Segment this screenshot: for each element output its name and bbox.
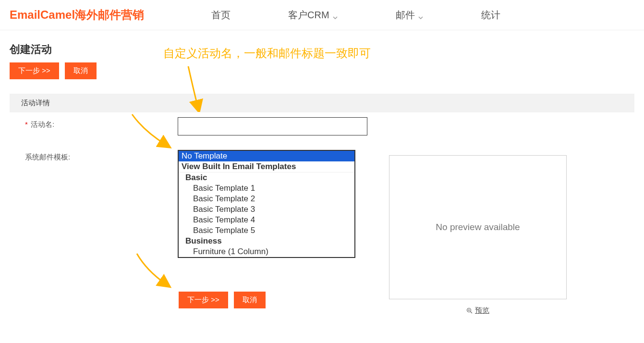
cancel-button-top[interactable]: 取消 <box>65 62 97 79</box>
template-option[interactable]: Basic Template 2 <box>179 194 354 204</box>
preview-link[interactable]: 预览 <box>466 306 489 315</box>
template-group-basic: Basic <box>179 172 354 183</box>
template-header-builtin: View Built In Email Templates <box>179 161 354 172</box>
page-title: 创建活动 <box>10 42 634 57</box>
nav-mail[interactable]: 邮件 <box>396 9 424 22</box>
template-option[interactable]: Basic Template 5 <box>179 225 354 236</box>
next-button-bottom[interactable]: 下一步 >> <box>179 292 228 308</box>
nav-home[interactable]: 首页 <box>211 9 231 22</box>
header: EmailCamel海外邮件营销 首页 客户CRM 邮件 统计 <box>0 0 644 30</box>
template-listbox[interactable]: No Template View Built In Email Template… <box>178 150 355 258</box>
cancel-button-bottom[interactable]: 取消 <box>234 292 266 308</box>
template-option[interactable]: Basic Template 4 <box>179 215 354 225</box>
nav-stats[interactable]: 统计 <box>481 9 500 22</box>
top-button-row: 下一步 >> 取消 <box>10 62 634 79</box>
template-option[interactable]: Basic Template 3 <box>179 204 354 215</box>
activity-name-row: * 活动名: <box>10 112 634 135</box>
svg-line-1 <box>471 311 473 313</box>
activity-name-label: * 活动名: <box>19 117 178 129</box>
content: 创建活动 下一步 >> 取消 自定义活动名，一般和邮件标题一致即可 活动详情 *… <box>0 30 644 318</box>
main-nav: 首页 客户CRM 邮件 统计 <box>211 9 500 22</box>
chevron-down-icon <box>332 12 338 18</box>
preview-box: No preview available <box>389 155 567 299</box>
chevron-down-icon <box>418 12 424 18</box>
logo: EmailCamel海外邮件营销 <box>10 7 144 23</box>
template-option-none[interactable]: No Template <box>179 151 354 161</box>
nav-crm[interactable]: 客户CRM <box>288 9 338 22</box>
required-mark: * <box>25 120 28 128</box>
template-option[interactable]: Furniture (1 Column) <box>179 246 354 257</box>
preview-panel: No preview available 预览 <box>389 155 567 316</box>
next-button-top[interactable]: 下一步 >> <box>10 62 59 79</box>
magnify-icon <box>466 307 473 314</box>
activity-name-input[interactable] <box>178 117 367 135</box>
section-header: 活动详情 <box>10 94 634 112</box>
preview-link-row: 预览 <box>389 306 567 316</box>
template-group-business: Business <box>179 236 354 246</box>
template-option[interactable]: Basic Template 1 <box>179 183 354 194</box>
template-label: 系统邮件模板: <box>19 150 178 162</box>
